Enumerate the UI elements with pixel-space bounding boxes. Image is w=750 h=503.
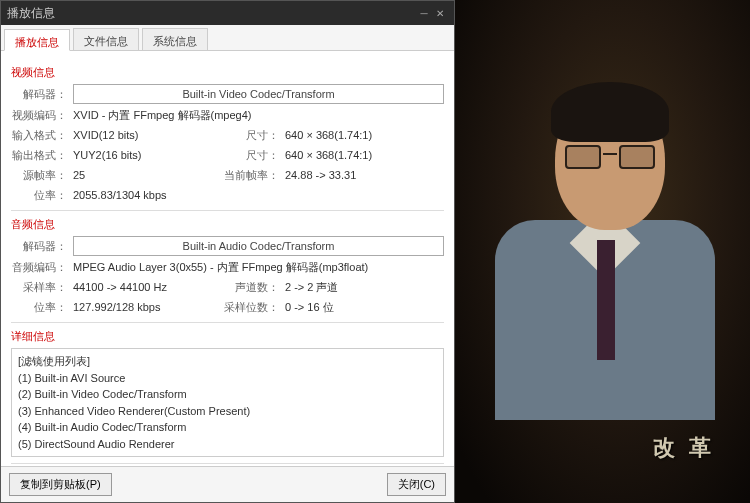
tab-bar: 播放信息 文件信息 系统信息	[1, 25, 454, 51]
filter-item: (2) Built-in Video Codec/Transform	[18, 386, 437, 403]
label-src-fps: 源帧率：	[11, 168, 67, 183]
spacer	[118, 473, 381, 496]
close-button[interactable]: 关闭(C)	[387, 473, 446, 496]
value-input-fmt: XVID(12 bits)	[73, 129, 193, 141]
value-size2: 640 × 368(1.74:1)	[285, 149, 372, 161]
label-video-bitrate: 位率：	[11, 188, 67, 203]
section-audio: 音频信息	[11, 217, 444, 232]
value-src-fps: 25	[73, 169, 193, 181]
label-audio-codec: 音频编码：	[11, 260, 67, 275]
glasses-icon	[565, 145, 655, 169]
value-audio-codec: MPEG Audio Layer 3(0x55) - 内置 FFmpeg 解码器…	[73, 260, 368, 275]
label-audio-bitrate: 位率：	[11, 300, 67, 315]
section-video: 视频信息	[11, 65, 444, 80]
label-input-fmt: 输入格式：	[11, 128, 67, 143]
filter-item: (1) Built-in AVI Source	[18, 370, 437, 387]
value-video-bitrate: 2055.83/1304 kbps	[73, 189, 167, 201]
label-output-fmt: 输出格式：	[11, 148, 67, 163]
person-hair	[551, 82, 669, 142]
tab-file-info[interactable]: 文件信息	[73, 28, 139, 50]
dialog-footer: 复制到剪贴板(P) 关闭(C)	[1, 466, 454, 502]
person-tie	[597, 240, 615, 360]
tab-content: 视频信息 解码器： Built-in Video Codec/Transform…	[1, 51, 454, 466]
value-size1: 640 × 368(1.74:1)	[285, 129, 372, 141]
value-sample-num: 0 -> 16 位	[285, 300, 334, 315]
label-decoder: 解码器：	[11, 87, 67, 102]
copy-button[interactable]: 复制到剪贴板(P)	[9, 473, 112, 496]
filter-item: (3) Enhanced Video Renderer(Custom Prese…	[18, 403, 437, 420]
label-size2: 尺寸：	[223, 148, 279, 163]
filter-item: (5) DirectSound Audio Renderer	[18, 436, 437, 453]
value-audio-bitrate: 127.992/128 kbps	[73, 301, 193, 313]
value-cur-fps: 24.88 -> 33.31	[285, 169, 356, 181]
label-sample-rate: 采样率：	[11, 280, 67, 295]
filter-list-box[interactable]: [滤镜使用列表] (1) Built-in AVI Source (2) Bui…	[11, 348, 444, 457]
divider	[11, 463, 444, 464]
value-output-fmt: YUY2(16 bits)	[73, 149, 193, 161]
divider	[11, 322, 444, 323]
video-preview: 改 革	[455, 0, 750, 503]
person-figure	[475, 60, 715, 380]
label-audio-decoder: 解码器：	[11, 239, 67, 254]
titlebar[interactable]: 播放信息 ─ ✕	[1, 1, 454, 25]
playback-info-dialog: 播放信息 ─ ✕ 播放信息 文件信息 系统信息 视频信息 解码器： Built-…	[0, 0, 455, 503]
tab-system-info[interactable]: 系统信息	[142, 28, 208, 50]
video-decoder-box[interactable]: Built-in Video Codec/Transform	[73, 84, 444, 104]
label-sample-num: 采样位数：	[223, 300, 279, 315]
video-frame: 改 革	[455, 0, 750, 503]
value-channels: 2 -> 2 声道	[285, 280, 339, 295]
minimize-icon[interactable]: ─	[416, 8, 432, 19]
label-size1: 尺寸：	[223, 128, 279, 143]
window-title: 播放信息	[7, 5, 416, 22]
filter-header: [滤镜使用列表]	[18, 353, 437, 370]
divider	[11, 210, 444, 211]
video-caption: 改 革	[653, 433, 715, 463]
label-video-codec: 视频编码：	[11, 108, 67, 123]
value-video-codec: XVID - 内置 FFmpeg 解码器(mpeg4)	[73, 108, 251, 123]
section-detail: 详细信息	[11, 329, 444, 344]
label-cur-fps: 当前帧率：	[223, 168, 279, 183]
tab-playback-info[interactable]: 播放信息	[4, 29, 70, 51]
audio-decoder-box[interactable]: Built-in Audio Codec/Transform	[73, 236, 444, 256]
close-icon[interactable]: ✕	[432, 8, 448, 19]
filter-item: (4) Built-in Audio Codec/Transform	[18, 419, 437, 436]
value-sample-rate: 44100 -> 44100 Hz	[73, 281, 193, 293]
label-channels: 声道数：	[223, 280, 279, 295]
